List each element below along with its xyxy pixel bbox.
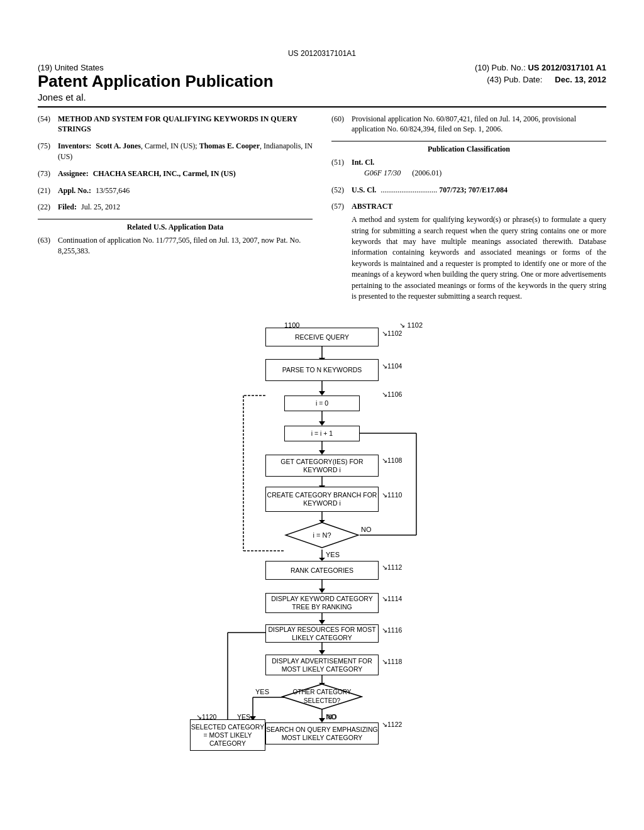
yes-label-2: YES xyxy=(237,713,250,721)
field-52-label: U.S. Cl. xyxy=(352,185,376,194)
flowchart-wrapper: NO YES YES NO xyxy=(184,318,460,733)
diamond-svg-in: i = N? xyxy=(284,521,360,550)
node-display-tree: DISPLAY KEYWORD CATEGORYTREE BY RANKING xyxy=(265,593,379,613)
diamond-svg-ocs: OTHER CATEGORY SELECTED? xyxy=(281,683,363,711)
svg-text:OTHER CATEGORY: OTHER CATEGORY xyxy=(293,689,352,695)
svg-text:SELECTED?: SELECTED? xyxy=(304,697,341,704)
field-73: (73) Assignee: CHACHA SEARCH, INC., Carm… xyxy=(38,169,313,179)
field-54: (54) METHOD AND SYSTEM FOR QUALIFYING KE… xyxy=(38,114,313,135)
field-22-num: (22) xyxy=(38,202,58,213)
field-51-year: (2006.01) xyxy=(412,169,441,177)
field-57: (57) ABSTRACT A method and system for qu… xyxy=(331,201,606,302)
field-21-label: Appl. No.: xyxy=(58,186,91,195)
field-75-value: Scott A. Jones, Carmel, IN (US); Thomas … xyxy=(58,141,313,161)
svg-marker-3 xyxy=(319,391,325,396)
ref-1108: ↘1108 xyxy=(382,456,402,464)
field-73-content: Assignee: CHACHA SEARCH, INC., Carmel, I… xyxy=(58,169,313,179)
pub-number: US 20120317101A1 xyxy=(38,49,606,58)
field-51-class-name: G06F 17/30 xyxy=(364,169,401,177)
node-iinc-label: i = i + 1 xyxy=(311,429,333,438)
svg-marker-5 xyxy=(319,421,325,426)
country-label: (19) United States xyxy=(38,63,316,72)
field-73-value: CHACHA SEARCH, INC., Carmel, IN (US) xyxy=(93,169,236,178)
field-21: (21) Appl. No.: 13/557,646 xyxy=(38,185,313,196)
ref-1120: ↘1120 xyxy=(196,713,216,721)
field-75: (75) Inventors: Scott A. Jones, Carmel, … xyxy=(38,141,313,162)
flowchart-container: NO YES YES NO xyxy=(38,318,606,733)
ref-1122: ↘1122 xyxy=(382,721,402,728)
node-display-ad: DISPLAY ADVERTISEMENT FORMOST LIKELY CAT… xyxy=(265,655,379,675)
field-75-content: Inventors: Scott A. Jones, Carmel, IN (U… xyxy=(58,141,313,162)
col-left: (54) METHOD AND SYSTEM FOR QUALIFYING KE… xyxy=(38,114,313,309)
svg-marker-7 xyxy=(319,450,325,455)
field-63-num: (63) xyxy=(38,235,58,257)
field-21-value: 13/557,646 xyxy=(96,186,130,195)
node-selected-cat: SELECTED CATEGORY= MOST LIKELYCATEGORY xyxy=(190,719,265,751)
header-right: (10) Pub. No.: US 2012/0317101 A1 (43) P… xyxy=(316,63,606,84)
field-51-class: G06F 17/30 (2006.01) xyxy=(364,169,441,177)
svg-marker-19 xyxy=(319,650,325,655)
node-diamond-ocs: OTHER CATEGORY SELECTED? xyxy=(281,683,363,711)
node-display-resources: DISPLAY RESOURCES FOR MOSTLIKELY CATEGOR… xyxy=(265,624,379,643)
field-54-label: METHOD AND SYSTEM FOR QUALIFYING KEYWORD… xyxy=(58,114,297,134)
field-73-num: (73) xyxy=(38,169,58,179)
field-22-value: Jul. 25, 2012 xyxy=(81,202,120,211)
svg-marker-43 xyxy=(282,684,362,709)
node-create-branch-label: CREATE CATEGORY BRANCH FORKEYWORD i xyxy=(267,491,377,507)
abstract-label: ABSTRACT xyxy=(352,201,606,212)
field-63-content: Continuation of application No. 11/777,5… xyxy=(58,235,313,257)
field-57-num: (57) xyxy=(331,201,352,302)
related-divider xyxy=(38,219,313,219)
header-left: (19) United States Patent Application Pu… xyxy=(38,63,316,102)
field-22-label: Filed: xyxy=(58,202,77,211)
field-73-label: Assignee: xyxy=(58,169,89,178)
node-search: SEARCH ON QUERY EMPHASIZINGMOST LIKELY C… xyxy=(265,722,379,744)
page: US 20120317101A1 (19) United States Pate… xyxy=(0,0,644,830)
pub-number-text: US 20120317101A1 xyxy=(288,49,356,58)
ref-1106: ↘1106 xyxy=(382,390,402,398)
pub-date-row: (43) Pub. Date: Dec. 13, 2012 xyxy=(328,75,606,84)
svg-marker-23 xyxy=(319,718,325,722)
svg-marker-17 xyxy=(319,620,325,624)
field-21-num: (21) xyxy=(38,185,58,196)
field-60-content: Provisional application No. 60/807,421, … xyxy=(352,114,606,135)
main-divider xyxy=(38,106,606,108)
inventors-line: Jones et al. xyxy=(38,92,316,102)
field-51: (51) Int. Cl. G06F 17/30 (2006.01) xyxy=(331,157,606,179)
node-get-cat: GET CATEGORY(IES) FORKEYWORD i xyxy=(265,455,379,477)
node-i0-label: i = 0 xyxy=(316,399,328,407)
node-rank-cat-label: RANK CATEGORIES xyxy=(291,567,353,575)
svg-text:NO: NO xyxy=(361,526,372,533)
pub-no-value: US 2012/0317101 A1 xyxy=(528,63,606,72)
pub-class-divider xyxy=(331,141,606,141)
field-75-label: Inventors: xyxy=(58,141,91,150)
node-search-label: SEARCH ON QUERY EMPHASIZINGMOST LIKELY C… xyxy=(266,726,378,742)
svg-text:i = N?: i = N? xyxy=(313,531,331,539)
field-54-content: METHOD AND SYSTEM FOR QUALIFYING KEYWORD… xyxy=(58,114,313,135)
field-21-content: Appl. No.: 13/557,646 xyxy=(58,185,313,196)
node-display-tree-label: DISPLAY KEYWORD CATEGORYTREE BY RANKING xyxy=(271,595,372,611)
field-52: (52) U.S. Cl. ..........................… xyxy=(331,185,606,196)
node-parse: PARSE TO N KEYWORDS xyxy=(265,359,379,381)
label-1102-ref: ↘ 1102 xyxy=(399,321,423,329)
field-51-label: Int. Cl. xyxy=(352,158,374,167)
field-75-num: (75) xyxy=(38,141,58,162)
svg-text:YES: YES xyxy=(255,688,269,695)
field-52-num: (52) xyxy=(331,185,352,196)
barcode-svg xyxy=(133,13,511,44)
field-51-num: (51) xyxy=(331,157,352,179)
field-22-content: Filed: Jul. 25, 2012 xyxy=(58,202,313,213)
field-52-value: 707/723; 707/E17.084 xyxy=(439,185,508,194)
node-display-resources-label: DISPLAY RESOURCES FOR MOSTLIKELY CATEGOR… xyxy=(268,626,375,642)
node-iinc: i = i + 1 xyxy=(284,426,360,441)
main-body: (54) METHOD AND SYSTEM FOR QUALIFYING KE… xyxy=(38,114,606,309)
field-63: (63) Continuation of application No. 11/… xyxy=(38,235,313,257)
node-selected-cat-label: SELECTED CATEGORY= MOST LIKELYCATEGORY xyxy=(191,723,264,748)
node-diamond-in: i = N? xyxy=(284,521,360,550)
ref-1102: ↘1102 xyxy=(382,329,402,337)
header-section: (19) United States Patent Application Pu… xyxy=(38,63,606,102)
col-right: (60) Provisional application No. 60/807,… xyxy=(331,114,606,309)
no-label-2: NO xyxy=(327,713,337,721)
node-display-ad-label: DISPLAY ADVERTISEMENT FORMOST LIKELY CAT… xyxy=(272,657,372,673)
field-57-content: ABSTRACT A method and system for qualify… xyxy=(352,201,606,302)
